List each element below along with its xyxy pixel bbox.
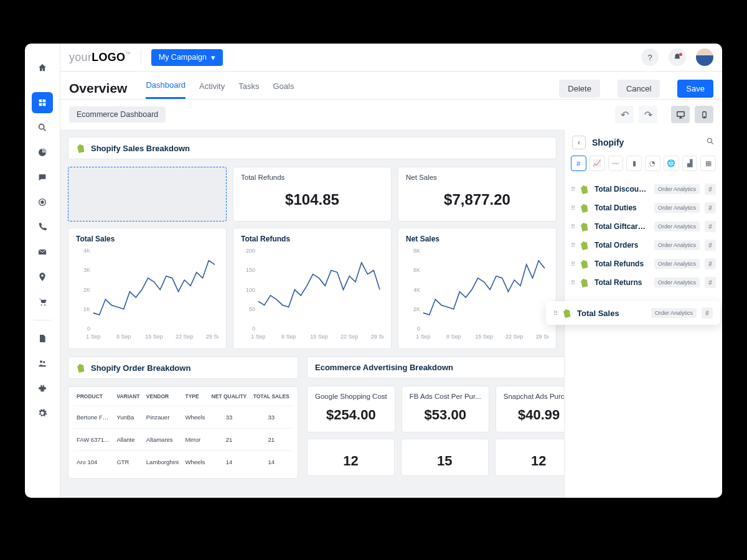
panel-search-icon[interactable] xyxy=(706,137,715,148)
tab-dashboard[interactable]: Dashboard xyxy=(146,78,186,99)
save-button[interactable]: Save xyxy=(677,80,713,98)
svg-text:2K: 2K xyxy=(83,287,90,293)
drag-handle-icon[interactable]: ⠿ xyxy=(571,261,575,268)
cancel-button[interactable]: Cancel xyxy=(618,80,660,98)
breadcrumb[interactable]: Ecommerce Dashboard xyxy=(69,106,166,123)
svg-text:15 Sep: 15 Sep xyxy=(145,334,162,340)
hash-icon: # xyxy=(705,277,716,288)
tab-goals[interactable]: Goals xyxy=(273,79,294,98)
drop-zone-tile[interactable] xyxy=(68,167,227,222)
shopify-icon xyxy=(76,363,86,373)
svg-point-8 xyxy=(41,304,42,306)
svg-rect-0 xyxy=(39,100,42,103)
chart-type-bar[interactable]: ▮ xyxy=(626,156,642,171)
topbar: yourLOGO™ My Campaign▾ ? xyxy=(60,44,722,72)
metric-item[interactable]: ⠿Total RefundsOrder Analytics# xyxy=(565,254,722,273)
drag-handle-icon[interactable]: ⠿ xyxy=(571,242,575,249)
apps-icon[interactable] xyxy=(32,92,53,113)
redo-button[interactable]: ↷ xyxy=(639,106,657,123)
svg-text:29 Sep: 29 Sep xyxy=(536,334,548,340)
shopify-icon xyxy=(580,184,590,194)
svg-text:4K: 4K xyxy=(413,287,420,293)
hash-icon: # xyxy=(705,240,716,251)
svg-text:22 Sep: 22 Sep xyxy=(505,334,523,340)
mail-icon[interactable] xyxy=(32,241,53,263)
svg-text:15 Sep: 15 Sep xyxy=(475,334,492,340)
svg-text:8K: 8K xyxy=(413,248,420,254)
table-row[interactable]: Bertone Freeclim...YunBaPinzauerWheels33… xyxy=(73,406,293,429)
file-icon[interactable] xyxy=(32,328,53,349)
metric-item[interactable]: ⠿Total ReturnsOrder Analytics# xyxy=(565,273,722,292)
svg-text:0: 0 xyxy=(252,325,255,332)
shopify-icon xyxy=(580,222,590,231)
chart-type-#[interactable]: # xyxy=(571,156,586,171)
mobile-view-button[interactable] xyxy=(695,106,713,123)
drag-handle-icon[interactable]: ⠿ xyxy=(571,205,575,212)
metric-item-dragging[interactable]: ⠿ Total Sales Order Analytics # xyxy=(546,301,720,325)
svg-text:4K: 4K xyxy=(83,248,90,254)
metric-item[interactable]: ⠿Total OrdersOrder Analytics# xyxy=(565,236,722,254)
chart-tile: Total Refunds0501001502001 Sep8 Sep15 Se… xyxy=(233,228,392,349)
cart-icon[interactable] xyxy=(32,291,53,312)
chart-type-~[interactable]: 〰 xyxy=(608,156,624,171)
kpi-tile: FB Ads Cost Per Pur...$53.00 xyxy=(402,386,489,432)
svg-text:22 Sep: 22 Sep xyxy=(176,334,193,340)
pie-chart-icon[interactable] xyxy=(32,142,53,163)
svg-point-7 xyxy=(41,274,43,276)
chart-type-globe[interactable]: 🌐 xyxy=(664,156,679,171)
dashboard-canvas: Shopify Sales Breakdown Total Refunds $1… xyxy=(60,129,564,498)
left-sidebar xyxy=(25,44,60,498)
desktop-view-button[interactable] xyxy=(671,106,690,123)
drag-handle-icon[interactable]: ⠿ xyxy=(553,310,557,317)
table-row[interactable]: Aro 104GTRLamborghiniWheels1414 xyxy=(73,451,293,474)
map-pin-icon[interactable] xyxy=(32,266,53,287)
panel-back-button[interactable]: ‹ xyxy=(572,136,586,149)
search-icon[interactable] xyxy=(32,117,53,138)
drag-handle-icon[interactable]: ⠿ xyxy=(571,186,575,193)
metric-item[interactable]: ⠿Total Giftcard SalesOrder Analytics# xyxy=(565,217,722,236)
shopify-icon xyxy=(580,240,590,250)
drag-handle-icon[interactable]: ⠿ xyxy=(571,279,575,286)
chart-type-lw[interactable]: 📈 xyxy=(590,156,605,171)
section-sales-breakdown: Shopify Sales Breakdown xyxy=(68,137,557,159)
logo: yourLOGO™ xyxy=(69,51,131,64)
undo-button[interactable]: ↶ xyxy=(615,106,634,123)
gear-icon[interactable] xyxy=(32,403,53,424)
metrics-panel: ‹ Shopify #📈〰▮◔🌐▟▦ ⠿Total DiscountsOrder… xyxy=(564,129,722,498)
avatar[interactable] xyxy=(696,49,713,66)
chart-tile: Net Sales02K4K6K8K1 Sep8 Sep15 Sep22 Sep… xyxy=(398,228,557,349)
svg-rect-1 xyxy=(43,100,46,103)
drag-handle-icon[interactable]: ⠿ xyxy=(571,223,575,230)
shopify-icon xyxy=(580,259,590,269)
phone-icon[interactable] xyxy=(32,217,53,238)
tab-activity[interactable]: Activity xyxy=(199,79,225,98)
kpi-tile: FB Ads Purchase15 xyxy=(401,439,489,476)
tab-tasks[interactable]: Tasks xyxy=(238,79,259,98)
target-icon[interactable] xyxy=(32,192,53,213)
svg-text:8 Sep: 8 Sep xyxy=(116,334,131,340)
svg-point-6 xyxy=(41,201,44,203)
hash-icon: # xyxy=(705,221,716,232)
shopify-icon xyxy=(580,203,590,213)
notifications-button[interactable] xyxy=(669,49,686,66)
delete-button[interactable]: Delete xyxy=(559,80,600,98)
chart-type-table[interactable]: ▦ xyxy=(700,156,716,171)
table-row[interactable]: FAW 6371 nacc...AllanteAltamaresMirror21… xyxy=(73,429,293,451)
kpi-tile: Google Shopping Con...12 xyxy=(307,439,395,476)
chart-type-pie[interactable]: ◔ xyxy=(645,156,660,171)
svg-text:0: 0 xyxy=(87,325,90,332)
svg-text:2K: 2K xyxy=(413,306,420,312)
metric-item[interactable]: ⠿Total DiscountsOrder Analytics# xyxy=(565,180,722,198)
panel-title: Shopify xyxy=(592,138,700,147)
chat-icon[interactable] xyxy=(32,167,53,188)
svg-text:22 Sep: 22 Sep xyxy=(341,334,358,340)
home-icon[interactable] xyxy=(32,57,53,78)
svg-text:1 Sep: 1 Sep xyxy=(251,334,265,340)
chart-type-area[interactable]: ▟ xyxy=(682,156,698,171)
help-button[interactable]: ? xyxy=(641,49,659,66)
campaign-dropdown[interactable]: My Campaign▾ xyxy=(151,49,223,66)
plugin-icon[interactable] xyxy=(32,378,53,399)
users-icon[interactable] xyxy=(32,353,53,374)
svg-text:15 Sep: 15 Sep xyxy=(310,334,327,340)
metric-item[interactable]: ⠿Total DutiesOrder Analytics# xyxy=(565,198,722,217)
